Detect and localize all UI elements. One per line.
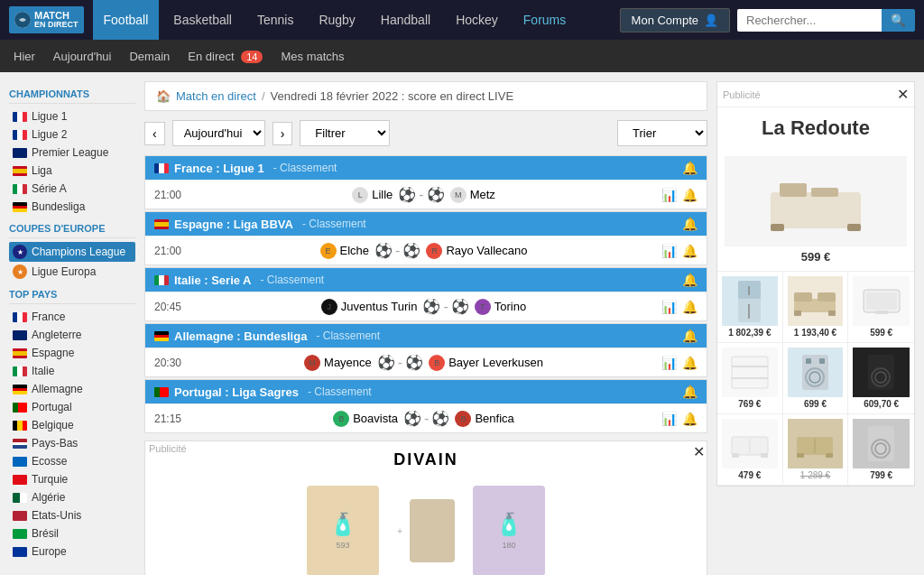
svg-rect-26 — [819, 358, 825, 364]
match-bell-icon[interactable]: 🔔 — [682, 412, 698, 426]
sidebar-item-liga[interactable]: Liga — [9, 162, 135, 180]
match-bell-icon[interactable]: 🔔 — [682, 300, 698, 314]
match-bell-icon[interactable]: 🔔 — [682, 244, 698, 258]
product-price-2: 1 193,40 € — [788, 328, 844, 338]
sidebar-item-europe[interactable]: Europe — [9, 543, 135, 561]
match-time: 21:00 — [154, 245, 195, 257]
match-teams: L Lille ⚽ - ⚽ M Metz — [195, 186, 652, 203]
site-logo[interactable]: MATCH EN DIRECT — [9, 6, 84, 33]
sidebar-item-allemagne[interactable]: Allemagne — [9, 380, 135, 398]
svg-rect-3 — [811, 188, 838, 197]
bell-icon-ligue1[interactable]: 🔔 — [682, 161, 698, 175]
svg-rect-32 — [761, 453, 768, 458]
match-bell-icon[interactable]: 🔔 — [682, 356, 698, 370]
sidebar-item-bresil[interactable]: Brésil — [9, 524, 135, 543]
product-main-image — [725, 156, 907, 246]
sidebar-item-etats-unis[interactable]: Etats-Unis — [9, 506, 135, 524]
away-team-logo: R — [426, 243, 442, 259]
stats-icon[interactable]: 📊 — [661, 356, 677, 370]
ad-label: Publicité — [149, 443, 187, 454]
stats-icon[interactable]: 📊 — [661, 412, 677, 426]
filter-select[interactable]: Filtrer — [300, 120, 390, 146]
away-team: M Metz — [450, 187, 495, 203]
stats-icon[interactable]: 📊 — [661, 300, 677, 314]
nav-football[interactable]: Football — [93, 0, 160, 40]
product-cell-black: 609,70 € — [848, 343, 914, 413]
nav-tennis[interactable]: Tennis — [246, 0, 304, 40]
ad-close-button[interactable]: ✕ — [693, 443, 705, 460]
sidebar-item-premier-league[interactable]: Premier League — [9, 144, 135, 162]
nav-forums[interactable]: Forums — [513, 0, 577, 40]
sidebar-item-ligue1[interactable]: Ligue 1 — [9, 107, 135, 125]
mon-compte-button[interactable]: Mon Compte 👤 — [620, 8, 730, 32]
sidebar-item-ecosse[interactable]: Ecosse — [9, 452, 135, 470]
match-teams: J Juventus Turin ⚽ - ⚽ T Torino — [195, 298, 652, 315]
breadcrumb: 🏠 Match en direct / Vendredi 18 février … — [144, 81, 707, 111]
nav-basketball[interactable]: Basketball — [162, 0, 243, 40]
sort-select[interactable]: Trier — [617, 120, 707, 146]
classement-link-bundesliga[interactable]: - Classement — [316, 329, 380, 342]
away-team: R Rayo Vallecano — [426, 243, 527, 259]
sidebar-item-seriea[interactable]: Série A — [9, 180, 135, 198]
versus-icon2: - — [419, 187, 423, 203]
nav-handball[interactable]: Handball — [370, 0, 441, 40]
search-input[interactable] — [737, 9, 882, 32]
bell-icon-seriea[interactable]: 🔔 — [682, 273, 698, 287]
classement-link-ligasagres[interactable]: - Classement — [308, 385, 372, 398]
bell-icon-ligasagres[interactable]: 🔔 — [682, 385, 698, 399]
sidebar-item-italie[interactable]: Italie — [9, 362, 135, 380]
classement-link-seriea[interactable]: - Classement — [261, 274, 325, 286]
sidebar-item-espagne[interactable]: Espagne — [9, 344, 135, 362]
flag-de-icon — [13, 202, 27, 212]
stats-icon[interactable]: 📊 — [661, 244, 677, 258]
stats-icon[interactable]: 📊 — [661, 188, 677, 202]
match-actions: 📊 🔔 — [661, 356, 698, 370]
date-select[interactable]: Aujourd'hui — [172, 120, 265, 146]
away-team-logo: M — [450, 187, 467, 203]
sec-nav-endirect[interactable]: En direct 14 — [188, 48, 263, 65]
next-date-button[interactable]: › — [273, 122, 293, 145]
mon-compte-label: Mon Compte — [632, 14, 698, 27]
league-header-seriea: Italie : Serie A - Classement 🔔 — [145, 268, 707, 292]
versus-icon3: ⚽ — [427, 186, 445, 203]
home-team: E Elche — [320, 243, 370, 259]
league-block-seriea: Italie : Serie A - Classement 🔔 20:45 J … — [144, 267, 707, 321]
match-time: 21:15 — [154, 413, 195, 425]
sidebar-item-belgique[interactable]: Belgique — [9, 416, 135, 434]
search-icon: 🔍 — [891, 14, 906, 27]
sidebar-item-ligue2[interactable]: Ligue 2 — [9, 125, 135, 144]
bell-icon-liga[interactable]: 🔔 — [682, 217, 698, 231]
ad-right-close-button[interactable]: ✕ — [897, 86, 909, 103]
versus-icon2: - — [424, 411, 429, 427]
sidebar-item-france[interactable]: France — [9, 308, 135, 326]
sidebar-item-champions-league[interactable]: ★ Champions League — [9, 242, 135, 262]
sidebar-item-portugal[interactable]: Portugal — [9, 398, 135, 416]
sidebar-item-turquie[interactable]: Turquie — [9, 470, 135, 488]
sidebar-item-algerie[interactable]: Algérie — [9, 488, 135, 506]
sec-nav-demain[interactable]: Demain — [129, 48, 170, 65]
sec-nav-hier[interactable]: Hier — [14, 48, 35, 65]
sec-nav-aujourdhui[interactable]: Aujourd'hui — [53, 48, 112, 65]
match-bell-icon[interactable]: 🔔 — [682, 188, 698, 202]
sidebar-item-ligue-europa[interactable]: ★ Ligue Europa — [9, 262, 135, 282]
versus-icon1: ⚽ — [422, 298, 440, 315]
home-team: B Boavista — [333, 411, 398, 427]
sec-nav-mesmatchs[interactable]: Mes matchs — [281, 48, 344, 65]
sidebar-item-bundesliga[interactable]: Bundesliga — [9, 198, 135, 216]
bell-icon-bundesliga[interactable]: 🔔 — [682, 329, 698, 343]
ad-redoute: Publicité ✕ La Redoute 599 € — [716, 81, 915, 487]
prev-date-button[interactable]: ‹ — [144, 122, 165, 145]
search-button[interactable]: 🔍 — [882, 9, 915, 32]
sidebar-item-angleterre[interactable]: Angleterre — [9, 326, 135, 344]
classement-link-ligue1[interactable]: - Classement — [273, 162, 337, 174]
nav-rugby[interactable]: Rugby — [308, 0, 365, 40]
breadcrumb-link1[interactable]: Match en direct — [176, 89, 256, 103]
versus-icon1: ⚽ — [374, 242, 393, 259]
classement-link-liga[interactable]: - Classement — [302, 218, 366, 230]
sidebar-item-pays-bas[interactable]: Pays-Bas — [9, 434, 135, 452]
versus-icon2: - — [395, 243, 400, 259]
svg-rect-11 — [794, 292, 812, 301]
home-team: L Lille — [352, 187, 393, 203]
match-actions: 📊 🔔 — [661, 412, 698, 426]
nav-hockey[interactable]: Hockey — [445, 0, 509, 40]
